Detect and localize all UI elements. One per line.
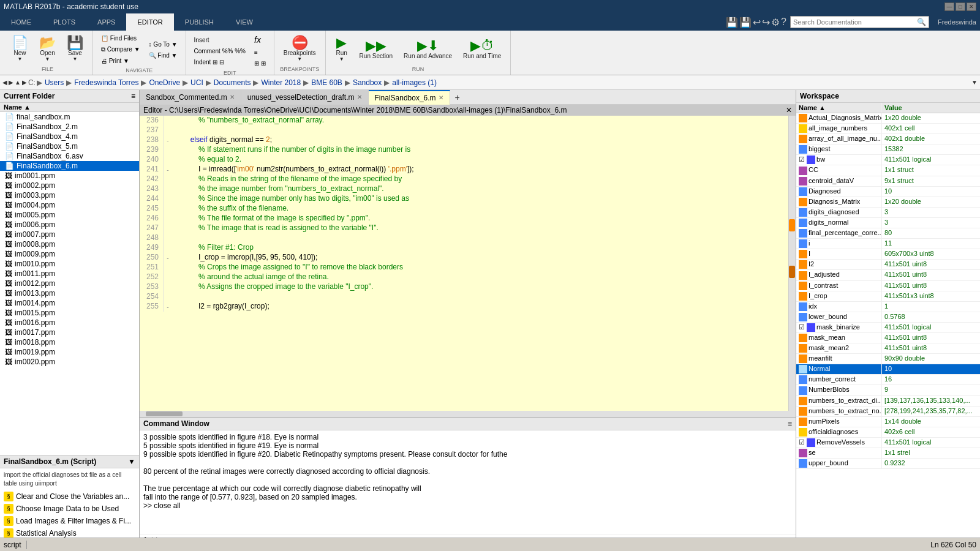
indent-button[interactable]: Indent ⊞ ⊟ bbox=[191, 57, 249, 67]
file-item-im0002[interactable]: 🖼 im0002.ppm bbox=[0, 181, 139, 190]
file-item-im0016[interactable]: 🖼 im0016.ppm bbox=[0, 318, 139, 328]
file-item-finalsandbox5[interactable]: 📄 FinalSandbox_5.m bbox=[0, 141, 139, 151]
toggle-button[interactable]: ⊞ ⊞ bbox=[251, 58, 269, 69]
toolbar-icon-4[interactable]: ↪ bbox=[762, 17, 770, 28]
run-time-button[interactable]: ▶⏱ Run and Time bbox=[459, 33, 505, 65]
toolbar-icon-2[interactable]: 💾 bbox=[739, 17, 752, 28]
minimize-button[interactable]: — bbox=[944, 2, 954, 11]
insert-button[interactable]: Insert bbox=[191, 35, 249, 45]
addr-back[interactable]: ◀ bbox=[2, 79, 7, 86]
run-advance-button[interactable]: ▶⬇ Run and Advance bbox=[399, 33, 456, 65]
toolbar-icon-6[interactable]: ? bbox=[781, 17, 786, 28]
file-item-final-sandbox[interactable]: 📄 final_sandbox.m bbox=[0, 112, 139, 122]
ws-row-centroid[interactable]: centroid_dataV 9x1 struct bbox=[796, 176, 980, 187]
ws-row-lower-bound[interactable]: lower_bound 0.5768 bbox=[796, 312, 980, 323]
cmd-menu[interactable]: ≡ bbox=[788, 419, 792, 428]
tab-close[interactable]: ✕ bbox=[357, 94, 362, 100]
addr-onedrive[interactable]: OneDrive bbox=[148, 78, 181, 87]
file-item-im0020[interactable]: 🖼 im0020.ppm bbox=[0, 357, 139, 367]
ws-row-numpixels[interactable]: numPixels 1x14 double bbox=[796, 417, 980, 427]
tab-apps[interactable]: APPS bbox=[86, 13, 126, 31]
new-button[interactable]: 📄 New ▼ bbox=[7, 33, 32, 65]
tab-view[interactable]: VIEW bbox=[225, 13, 264, 31]
ws-row-I-contrast[interactable]: I_contrast 411x501 uint8 bbox=[796, 281, 980, 291]
ws-row-meanfilt[interactable]: meanfilt 90x90 double bbox=[796, 354, 980, 364]
file-item-im0014[interactable]: 🖼 im0014.ppm bbox=[0, 298, 139, 308]
add-tab-button[interactable]: + bbox=[450, 91, 465, 103]
function-choose-image[interactable]: § Choose Image Data to be Used bbox=[0, 503, 139, 515]
ws-row-numberblobs[interactable]: NumberBlobs 9 bbox=[796, 385, 980, 395]
ws-row-numbers-extract-no[interactable]: numbers_to_extract_no... [278,199,241,23… bbox=[796, 407, 980, 417]
ws-row-mask-binarize[interactable]: ☑ mask_binarize 411x501 logical bbox=[796, 323, 980, 333]
tab-home[interactable]: HOME bbox=[0, 13, 42, 31]
addr-up[interactable]: ▲ bbox=[15, 79, 21, 86]
tab-editor[interactable]: EDITOR bbox=[126, 13, 173, 31]
file-item-im0012[interactable]: 🖼 im0012.ppm bbox=[0, 279, 139, 288]
ws-row-upper-bound[interactable]: upper_bound 0.9232 bbox=[796, 459, 980, 469]
file-item-im0003[interactable]: 🖼 im0003.ppm bbox=[0, 190, 139, 200]
editor-scrollbar[interactable] bbox=[788, 116, 796, 411]
search-icon[interactable]: 🔍 bbox=[917, 18, 926, 26]
addr-allimages[interactable]: all-images (1) bbox=[391, 78, 438, 87]
file-item-finalsandbox6[interactable]: 📄 FinalSandbox_6.m bbox=[0, 161, 139, 171]
file-item-im0019[interactable]: 🖼 im0019.ppm bbox=[0, 347, 139, 357]
ws-row-diagnosis-matrix[interactable]: Diagnosis_Matrix 1x20 double bbox=[796, 197, 980, 208]
find-files-button[interactable]: 📋 Find Files bbox=[98, 33, 143, 43]
addr-winter[interactable]: Winter 2018 bbox=[260, 78, 302, 87]
file-item-finalsandbox2[interactable]: 📄 FinalSandbox_2.m bbox=[0, 122, 139, 132]
ws-row-I2[interactable]: I2 411x501 uint8 bbox=[796, 260, 980, 270]
run-button[interactable]: ▶ Run ▼ bbox=[331, 33, 353, 65]
addr-docs[interactable]: Documents bbox=[213, 78, 252, 87]
addr-person[interactable]: Fredeswinda Torres bbox=[73, 78, 140, 87]
tab-finalsandbox6[interactable]: FinalSandbox_6.m ✕ bbox=[369, 90, 450, 105]
ws-row-biggest[interactable]: biggest 15382 bbox=[796, 144, 980, 155]
fx-button[interactable]: fx bbox=[251, 33, 269, 47]
tab-close[interactable]: ✕ bbox=[230, 94, 235, 100]
addr-sandbox[interactable]: Sandbox bbox=[352, 78, 383, 87]
addr-expand[interactable]: ▶ bbox=[22, 79, 27, 86]
file-item-im0015[interactable]: 🖼 im0015.ppm bbox=[0, 308, 139, 318]
folder-panel-menu[interactable]: ≡ bbox=[131, 92, 135, 100]
script-dropdown[interactable]: ▼ bbox=[128, 457, 135, 466]
file-item-im0008[interactable]: 🖼 im0008.ppm bbox=[0, 239, 139, 249]
format-button[interactable]: ≡ bbox=[251, 47, 269, 58]
save-button[interactable]: 💾 Save ▼ bbox=[62, 33, 88, 65]
find-button[interactable]: 🔍 Find ▼ bbox=[146, 50, 181, 61]
ws-row-diagnosed[interactable]: Diagnosed 10 bbox=[796, 187, 980, 197]
ws-row-mask-mean2[interactable]: mask_mean2 411x501 uint8 bbox=[796, 343, 980, 354]
file-item-im0013[interactable]: 🖼 im0013.ppm bbox=[0, 288, 139, 298]
file-item-im0018[interactable]: 🖼 im0018.ppm bbox=[0, 337, 139, 347]
cmd-content[interactable]: 3 possible spots identified in figure #1… bbox=[140, 430, 796, 534]
ws-row-final-percentage[interactable]: final_percentage_corre... 80 bbox=[796, 228, 980, 239]
ws-row-digits-normal[interactable]: digits_normal 3 bbox=[796, 218, 980, 228]
editor-close-icon[interactable]: ✕ bbox=[786, 106, 792, 114]
file-item-im0010[interactable]: 🖼 im0010.ppm bbox=[0, 259, 139, 269]
ws-row-numbers-extract-di[interactable]: numbers_to_extract_di... [139,137,136,13… bbox=[796, 396, 980, 407]
ws-row-bw[interactable]: ☑ bw 411x501 logical bbox=[796, 155, 980, 165]
tab-plots[interactable]: PLOTS bbox=[42, 13, 86, 31]
ws-row-array-all-image[interactable]: array_of_all_image_nu... 402x1 double bbox=[796, 134, 980, 144]
ws-row-all-image-numbers[interactable]: all_image_numbers 402x1 cell bbox=[796, 124, 980, 134]
search-box[interactable]: 🔍 bbox=[790, 16, 929, 28]
ws-row-number-correct[interactable]: number_correct 16 bbox=[796, 375, 980, 385]
maximize-button[interactable]: □ bbox=[956, 2, 965, 11]
toolbar-icon-5[interactable]: ⚙ bbox=[771, 17, 780, 28]
ws-row-digits-diagnosed[interactable]: digits_diagnosed 3 bbox=[796, 208, 980, 218]
addr-forward[interactable]: ▶ bbox=[9, 79, 13, 86]
addr-uci[interactable]: UCI bbox=[189, 78, 205, 87]
comment-button[interactable]: Comment %% %% bbox=[191, 46, 249, 56]
toolbar-icon-3[interactable]: ↩ bbox=[753, 17, 761, 28]
file-item-im0001[interactable]: 🖼 im0001.ppm bbox=[0, 171, 139, 181]
ws-row-I[interactable]: I 605x700x3 uint8 bbox=[796, 249, 980, 260]
file-item-im0004[interactable]: 🖼 im0004.ppm bbox=[0, 200, 139, 210]
compare-button[interactable]: ⧉ Compare ▼ bbox=[98, 44, 143, 55]
file-item-im0005[interactable]: 🖼 im0005.ppm bbox=[0, 210, 139, 220]
file-item-im0009[interactable]: 🖼 im0009.ppm bbox=[0, 249, 139, 259]
ws-row-I-adjusted[interactable]: I_adjusted 411x501 uint8 bbox=[796, 270, 980, 280]
function-load-images[interactable]: § Load Images & Filter Images & Fi... bbox=[0, 515, 139, 527]
file-item-im0006[interactable]: 🖼 im0006.ppm bbox=[0, 220, 139, 230]
ws-row-officialdiagnoses[interactable]: officialdiagnoses 402x6 cell bbox=[796, 427, 980, 438]
search-input[interactable] bbox=[793, 18, 916, 26]
tab-sandbox-commented[interactable]: Sandbox_Commented.m ✕ bbox=[140, 90, 241, 105]
file-item-im0011[interactable]: 🖼 im0011.ppm bbox=[0, 269, 139, 279]
